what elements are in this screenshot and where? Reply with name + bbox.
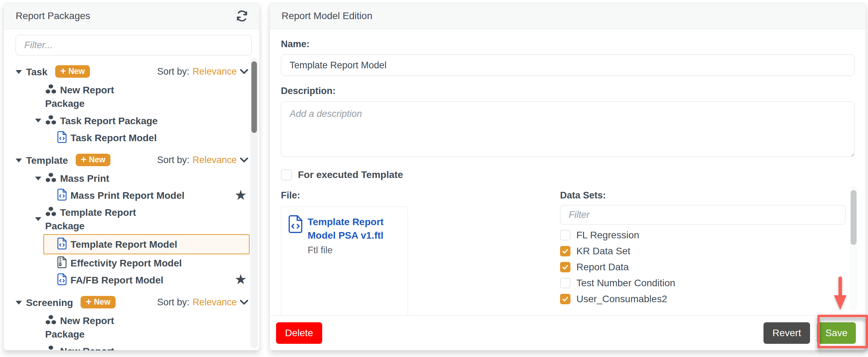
tree-category-template[interactable]: Template + New Sort by: Relevance	[16, 152, 252, 168]
tree-item-label: Task Report Model	[70, 133, 157, 143]
dataset-checkbox[interactable]	[560, 246, 570, 256]
packages-filter-input[interactable]	[16, 35, 252, 56]
package-icon	[45, 206, 57, 216]
dataset-label: Test Number Condition	[576, 278, 675, 289]
dataset-label: KR Data Set	[576, 246, 631, 257]
report-model-edition-title: Report Model Edition	[282, 10, 372, 22]
tree-item-package[interactable]: Mass Print	[16, 170, 252, 187]
sort-by-control[interactable]: Sort by: Relevance	[157, 154, 248, 165]
file-code-icon	[57, 238, 67, 249]
tree-item-model[interactable]: Mass Print Report Model ★	[16, 187, 252, 204]
tree-item-package[interactable]: New Report Package	[16, 342, 148, 350]
packages-tree-body: Task + New Sort by: Relevance	[4, 29, 259, 350]
dataset-label: Report Data	[576, 262, 629, 273]
package-icon	[45, 345, 57, 350]
new-package-button[interactable]: + New	[76, 154, 111, 166]
tree-group-screening: Screening + New Sort by: Relevance	[16, 294, 252, 350]
dataset-row[interactable]: FL Regression	[560, 227, 845, 243]
caret-down-icon[interactable]	[35, 217, 41, 221]
datasets-label: Data Sets:	[560, 190, 845, 201]
tree-item-model-selected[interactable]: Template Report Model	[43, 234, 250, 254]
package-icon	[45, 314, 57, 325]
packages-scrollbar-thumb[interactable]	[251, 61, 257, 133]
chevron-down-icon	[240, 157, 248, 162]
report-packages-title: Report Packages	[16, 10, 90, 22]
sort-by-label: Sort by:	[157, 297, 189, 307]
tree-item-model[interactable]: FA/FB Report Model ★	[16, 271, 252, 288]
save-button[interactable]: Save	[817, 322, 856, 344]
tree-item-package[interactable]: Task Report Package	[16, 112, 252, 129]
file-label: File:	[281, 190, 560, 201]
model-description-textarea[interactable]	[281, 101, 854, 157]
package-icon	[45, 172, 57, 182]
refresh-icon	[236, 10, 248, 22]
sort-by-label: Sort by:	[157, 154, 189, 165]
report-model-edition-header: Report Model Edition	[270, 3, 866, 29]
plus-icon: +	[86, 298, 91, 306]
executed-template-row[interactable]: For executed Template	[281, 169, 854, 180]
delete-button[interactable]: Delete	[276, 322, 322, 344]
datasets-filter-input[interactable]	[560, 205, 845, 224]
new-package-button[interactable]: + New	[55, 65, 90, 78]
file-column: File: Template Report Model P	[281, 190, 560, 319]
caret-down-icon[interactable]	[35, 119, 41, 122]
favorite-star-icon[interactable]: ★	[234, 272, 247, 286]
caret-down-icon[interactable]	[35, 177, 41, 180]
tree-item-label: Template Report Package	[45, 207, 136, 231]
new-badge-label: New	[89, 156, 105, 164]
tree-item-package[interactable]: Template Report Package	[16, 204, 148, 234]
dataset-checkbox[interactable]	[560, 278, 570, 288]
caret-down-icon[interactable]	[16, 159, 22, 162]
caret-down-icon[interactable]	[16, 70, 22, 74]
dataset-checkbox[interactable]	[560, 262, 570, 272]
new-badge-label: New	[68, 67, 85, 75]
tree-item-model[interactable]: Effectivity Report Model	[16, 254, 252, 271]
file-code-icon	[288, 215, 303, 233]
datasets-scrollbar-thumb[interactable]	[851, 190, 857, 245]
dataset-row[interactable]: Report Data	[560, 259, 845, 275]
chevron-down-icon	[240, 299, 248, 305]
tree-group-task: Task + New Sort by: Relevance	[16, 63, 252, 146]
dataset-label: User_Consumables2	[576, 294, 667, 305]
packages-scrollbar-track[interactable]	[250, 58, 258, 348]
tree-category-task[interactable]: Task + New Sort by: Relevance	[16, 63, 252, 80]
sort-by-control[interactable]: Sort by: Relevance	[157, 297, 248, 307]
model-name-input[interactable]	[281, 54, 854, 76]
report-packages-header: Report Packages	[4, 3, 259, 29]
tree-item-label: Task Report Package	[60, 116, 158, 126]
dataset-checkbox[interactable]	[560, 294, 570, 304]
dataset-row[interactable]: KR Data Set	[560, 243, 845, 259]
dataset-row[interactable]: User_Consumables2	[560, 291, 845, 307]
sort-by-control[interactable]: Sort by: Relevance	[157, 66, 248, 77]
dataset-row[interactable]: Test Number Condition	[560, 275, 845, 291]
caret-down-icon[interactable]	[16, 301, 22, 305]
model-edit-form: Name: Description: For executed Template…	[270, 29, 866, 319]
sort-by-value: Relevance	[192, 154, 237, 165]
datasets-scrollbar-track[interactable]	[850, 186, 858, 311]
package-icon	[45, 84, 57, 94]
tree-category-screening[interactable]: Screening + New Sort by: Relevance	[16, 294, 252, 311]
dataset-checkbox[interactable]	[560, 230, 570, 240]
tree-item-label: Effectivity Report Model	[70, 258, 182, 269]
plus-icon: +	[60, 67, 66, 75]
category-label: Screening	[26, 297, 73, 308]
category-label: Task	[26, 67, 48, 77]
category-label: Template	[26, 155, 68, 166]
plus-icon: +	[81, 156, 86, 163]
file-code-icon	[57, 131, 67, 143]
revert-button[interactable]: Revert	[763, 322, 810, 344]
file-code-icon	[57, 273, 67, 285]
file-link[interactable]: Template Report Model PSA v1.ftl	[308, 215, 401, 242]
tree-item-package[interactable]: New Report Package	[16, 312, 148, 342]
refresh-button[interactable]	[235, 9, 249, 23]
file-archive-icon	[57, 256, 67, 268]
tree-item-model[interactable]: Task Report Model	[16, 129, 252, 146]
sort-by-label: Sort by:	[157, 66, 189, 77]
tree-item-label: Template Report Model	[70, 239, 177, 250]
tree-item-label: FA/FB Report Model	[70, 275, 164, 286]
executed-template-checkbox[interactable]	[281, 169, 292, 180]
tree-item-package[interactable]: New Report Package	[16, 81, 148, 112]
favorite-star-icon[interactable]: ★	[234, 188, 247, 202]
file-datasets-region: File: Template Report Model P	[281, 190, 854, 319]
new-package-button[interactable]: + New	[81, 296, 116, 308]
